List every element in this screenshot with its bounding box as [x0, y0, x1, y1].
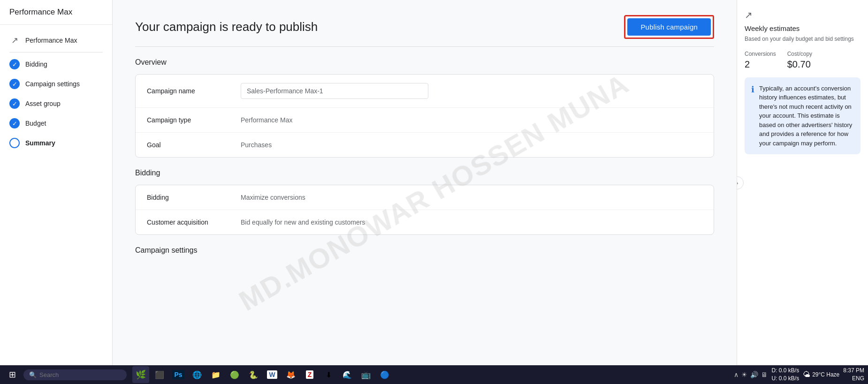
check-icon-asset-group: ✓ — [9, 98, 20, 109]
bidding-section-title: Bidding — [135, 169, 714, 177]
conversions-label: Conversions — [745, 51, 776, 57]
taskbar-app-browser2[interactable]: 🦊 — [282, 366, 299, 383]
campaign-name-label: Campaign name — [147, 87, 241, 95]
sidebar: Performance Max ↗ Performance Max ✓ Bidd… — [0, 0, 113, 365]
taskbar-right: ∧ ☀ 🔊 🖥 D: 0.0 kB/s U: 0.0 kB/s 🌤 29°C H… — [734, 367, 864, 383]
weather-widget: 🌤 29°C Haze — [803, 370, 839, 379]
taskbar-app-down[interactable]: ⬇ — [320, 366, 337, 383]
download-stat: D: 0.0 kB/s — [771, 367, 799, 375]
overview-row-campaign-name: Campaign name Sales-Performance Max-1 — [136, 75, 714, 108]
campaign-settings-section-title: Campaign settings — [135, 246, 714, 255]
sidebar-label-budget: Budget — [25, 120, 46, 127]
bidding-card: Bidding Maximize conversions Customer ac… — [135, 185, 714, 235]
time-display: 8:37 PM — [843, 367, 864, 375]
sidebar-item-summary[interactable]: Summary — [0, 133, 112, 153]
info-text: Typically, an account's conversion histo… — [759, 84, 854, 148]
right-panel: › ↗ Weekly estimates Based on your daily… — [737, 0, 868, 365]
conversions-value: 2 — [745, 59, 776, 70]
taskbar-app-z[interactable]: Z — [301, 366, 318, 383]
sidebar-item-bidding[interactable]: ✓ Bidding — [0, 54, 112, 74]
clock: 8:37 PM ENG — [843, 367, 864, 383]
sidebar-nav: ↗ Performance Max ✓ Bidding ✓ Campaign s… — [0, 25, 112, 158]
cost-copy-value: $0.70 — [787, 59, 812, 70]
trend-icon: ↗ — [9, 35, 20, 45]
sidebar-title: Performance Max — [9, 8, 72, 16]
campaign-name-value[interactable]: Sales-Performance Max-1 — [241, 83, 428, 99]
customer-acquisition-label: Customer acquisition — [147, 218, 241, 226]
sidebar-label-summary: Summary — [25, 139, 55, 147]
cost-copy-estimate: Cost/copy $0.70 — [787, 51, 812, 70]
customer-acquisition-row: Customer acquisition Bid equally for new… — [136, 210, 714, 234]
publish-button-wrapper: Publish campaign — [624, 15, 714, 39]
circle-icon-summary — [9, 138, 20, 148]
weekly-estimates-subtitle: Based on your daily budget and bid setti… — [745, 35, 860, 43]
language-display: ENG — [843, 375, 864, 383]
taskbar-app-explorer[interactable]: 🌿 — [132, 366, 149, 383]
main-content: Your campaign is ready to publish Publis… — [113, 0, 737, 365]
campaign-type-label: Campaign type — [147, 116, 241, 124]
campaign-type-value: Performance Max — [241, 116, 292, 124]
taskbar-app-chrome[interactable]: 🌐 — [189, 366, 206, 383]
check-icon-budget: ✓ — [9, 118, 20, 128]
bidding-row: Bidding Maximize conversions — [136, 185, 714, 210]
taskbar-system-icons: ∧ ☀ 🔊 🖥 — [734, 371, 768, 378]
weather-text: 29°C Haze — [812, 371, 839, 378]
sidebar-item-label: Performance Max — [25, 37, 77, 44]
weekly-estimates-title: Weekly estimates — [745, 24, 860, 32]
customer-acquisition-value: Bid equally for new and existing custome… — [241, 218, 365, 226]
circle-badge-summary — [9, 138, 20, 148]
bidding-value: Maximize conversions — [241, 194, 305, 201]
display-icon: 🖥 — [761, 371, 768, 378]
search-icon: 🔍 — [29, 371, 37, 378]
chevron-right-icon: › — [737, 179, 738, 187]
conversions-estimate: Conversions 2 — [745, 51, 776, 70]
overview-row-goal: Goal Purchases — [136, 133, 714, 157]
check-icon-campaign-settings: ✓ — [9, 79, 20, 89]
taskbar-app-word[interactable]: W — [264, 366, 281, 383]
check-badge-asset-group: ✓ — [9, 98, 20, 109]
estimates-row: Conversions 2 Cost/copy $0.70 — [745, 51, 860, 70]
trend-line-icon: ↗ — [745, 9, 860, 21]
taskbar-search-bar[interactable]: 🔍 — [23, 369, 127, 380]
bidding-label: Bidding — [147, 194, 241, 201]
check-icon-bidding: ✓ — [9, 59, 20, 69]
sidebar-item-performance-max[interactable]: ↗ Performance Max — [0, 30, 112, 50]
taskbar-app-app1[interactable]: 🟢 — [226, 366, 243, 383]
taskbar-app-gchr[interactable]: 🔵 — [376, 366, 393, 383]
start-button[interactable]: ⊞ — [4, 366, 21, 383]
page-title: Your campaign is ready to publish — [135, 20, 318, 34]
taskbar-apps: 🌿 ⬛ Ps 🌐 📁 🟢 🐍 W 🦊 Z ⬇ — [132, 366, 393, 383]
weather-icon: 🌤 — [803, 370, 810, 379]
cost-copy-label: Cost/copy — [787, 51, 812, 57]
check-badge-bidding: ✓ — [9, 59, 20, 69]
taskbar-app-ps[interactable]: Ps — [170, 366, 187, 383]
sidebar-header: Performance Max — [0, 0, 112, 25]
sidebar-label-bidding: Bidding — [25, 60, 47, 68]
sidebar-item-asset-group[interactable]: ✓ Asset group — [0, 94, 112, 113]
taskbar-app-edge[interactable]: 🌊 — [339, 366, 356, 383]
overview-row-campaign-type: Campaign type Performance Max — [136, 108, 714, 133]
volume-icon: 🔊 — [750, 371, 758, 378]
network-stats: D: 0.0 kB/s U: 0.0 kB/s — [771, 367, 799, 383]
check-badge-campaign-settings: ✓ — [9, 79, 20, 89]
goal-value: Purchases — [241, 141, 272, 149]
info-box: ℹ Typically, an account's conversion his… — [745, 77, 860, 155]
search-input[interactable] — [39, 371, 114, 378]
taskbar-app-tv[interactable]: 📺 — [358, 366, 374, 383]
sidebar-divider — [9, 52, 103, 53]
sidebar-item-budget[interactable]: ✓ Budget — [0, 113, 112, 133]
sidebar-label-campaign-settings: Campaign settings — [25, 80, 80, 88]
sidebar-item-campaign-settings[interactable]: ✓ Campaign settings — [0, 74, 112, 94]
taskbar-app-files[interactable]: ⬛ — [151, 366, 168, 383]
taskbar: ⊞ 🔍 🌿 ⬛ Ps 🌐 📁 🟢 🐍 W 🦊 — [0, 365, 868, 384]
upload-stat: U: 0.0 kB/s — [771, 375, 799, 383]
overview-section-title: Overview — [135, 58, 714, 67]
publish-campaign-button[interactable]: Publish campaign — [627, 18, 711, 36]
check-badge-budget: ✓ — [9, 118, 20, 128]
content-header: Your campaign is ready to publish Publis… — [135, 15, 714, 47]
overview-card: Campaign name Sales-Performance Max-1 Ca… — [135, 74, 714, 158]
wifi-icon: ☀ — [741, 371, 747, 378]
right-panel-toggle[interactable]: › — [737, 176, 744, 189]
taskbar-app-folder[interactable]: 📁 — [207, 366, 224, 383]
taskbar-app-snake[interactable]: 🐍 — [245, 366, 262, 383]
